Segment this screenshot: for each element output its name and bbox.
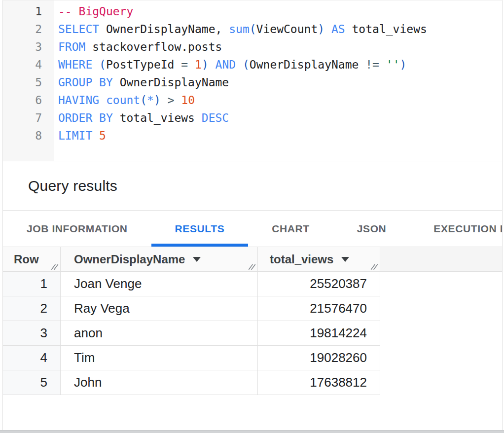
tab-json[interactable]: JSON bbox=[333, 211, 410, 247]
code-token: OwnerDisplayName, bbox=[99, 23, 229, 36]
results-tabbar: JOB INFORMATIONRESULTSCHARTJSONEXECUTION… bbox=[3, 211, 502, 247]
code-token: LIMIT bbox=[58, 129, 92, 142]
column-header-total_views[interactable]: total_views bbox=[258, 247, 380, 272]
column-header-row: Row bbox=[3, 247, 61, 272]
code-token bbox=[161, 94, 168, 107]
line-number: 7 bbox=[3, 109, 42, 127]
code-token: AND bbox=[216, 58, 236, 71]
code-token: ( bbox=[99, 58, 106, 71]
code-line: GROUP BY OwnerDisplayName bbox=[58, 73, 502, 91]
code-token bbox=[209, 58, 216, 71]
horizontal-scrollbar[interactable] bbox=[0, 430, 504, 433]
code-token: ORDER BY bbox=[58, 111, 113, 124]
code-token bbox=[236, 58, 243, 71]
row-number-cell: 2 bbox=[3, 296, 61, 321]
owner-display-name-cell: anon bbox=[61, 321, 258, 346]
code-token: 1 bbox=[195, 58, 202, 71]
column-resize-handle[interactable] bbox=[51, 262, 59, 270]
owner-display-name-cell: Joan Venge bbox=[61, 272, 258, 296]
code-token: ViewCount bbox=[256, 23, 318, 36]
code-token: ) bbox=[318, 23, 324, 36]
code-token: ( bbox=[140, 94, 147, 107]
column-resize-handle[interactable] bbox=[248, 262, 256, 270]
column-resize-handle[interactable] bbox=[370, 262, 378, 270]
code-token: '' bbox=[386, 58, 400, 71]
tab-job-information[interactable]: JOB INFORMATION bbox=[3, 211, 151, 247]
table-body: 1Joan Venge255203872Ray Vega215764703ano… bbox=[3, 272, 502, 395]
owner-display-name-cell: Ray Vega bbox=[61, 296, 258, 321]
code-token: ) bbox=[202, 58, 209, 71]
column-header-label: OwnerDisplayName bbox=[74, 253, 185, 266]
code-token: * bbox=[147, 94, 154, 107]
content-panel: 12345678 -- BigQuerySELECT OwnerDisplayN… bbox=[2, 0, 503, 430]
code-token: > bbox=[168, 94, 175, 107]
tab-execution-details[interactable]: EXECUTION DETAILS bbox=[410, 211, 503, 247]
code-token: FROM bbox=[58, 40, 85, 53]
column-header-label: Row bbox=[14, 253, 39, 266]
owner-display-name-cell: John bbox=[61, 370, 258, 395]
tab-chart[interactable]: CHART bbox=[248, 211, 333, 247]
row-number-cell: 4 bbox=[3, 346, 61, 370]
code-token: ) bbox=[400, 58, 407, 71]
query-results-title: Query results bbox=[28, 178, 117, 194]
code-token: sum bbox=[229, 23, 250, 36]
sort-dropdown-icon[interactable] bbox=[193, 257, 201, 262]
row-filler-cell bbox=[380, 321, 502, 346]
sort-dropdown-icon[interactable] bbox=[341, 257, 349, 262]
column-header-filler bbox=[380, 247, 502, 272]
code-token: OwnerDisplayName bbox=[113, 76, 229, 89]
code-token: 5 bbox=[99, 129, 106, 142]
row-filler-cell bbox=[380, 370, 502, 395]
code-token: DESC bbox=[202, 111, 229, 124]
code-token: total_views bbox=[345, 23, 427, 36]
line-number: 1 bbox=[3, 2, 42, 20]
code-token: stackoverflow.posts bbox=[85, 40, 222, 53]
row-number-cell: 3 bbox=[3, 321, 61, 346]
editor-gutter: 12345678 bbox=[3, 0, 54, 161]
table-header-row: RowOwnerDisplayNametotal_views bbox=[3, 247, 502, 272]
code-token: GROUP BY bbox=[58, 76, 113, 89]
query-results-section: Query results bbox=[3, 161, 502, 211]
tab-results[interactable]: RESULTS bbox=[151, 211, 249, 247]
total-views-cell: 19028260 bbox=[258, 346, 380, 370]
column-header-ownerdisplayname[interactable]: OwnerDisplayName bbox=[61, 247, 258, 272]
line-number: 6 bbox=[3, 91, 42, 109]
code-line: LIMIT 5 bbox=[58, 127, 502, 144]
table-row: 3anon19814224 bbox=[3, 321, 502, 346]
row-number-cell: 5 bbox=[3, 370, 61, 395]
code-token: ( bbox=[250, 23, 256, 36]
code-line: HAVING count(*) > 10 bbox=[58, 91, 502, 109]
table-row: 1Joan Venge25520387 bbox=[3, 272, 502, 296]
total-views-cell: 17638812 bbox=[258, 370, 380, 395]
line-number: 5 bbox=[3, 73, 42, 91]
sql-editor[interactable]: 12345678 -- BigQuerySELECT OwnerDisplayN… bbox=[3, 0, 502, 161]
code-line: WHERE (PostTypeId = 1) AND (OwnerDisplay… bbox=[58, 56, 502, 73]
editor-code[interactable]: -- BigQuerySELECT OwnerDisplayName, sum(… bbox=[54, 0, 502, 161]
table-row: 5John17638812 bbox=[3, 370, 502, 395]
code-token: 10 bbox=[181, 94, 195, 107]
code-token: ( bbox=[243, 58, 250, 71]
total-views-cell: 21576470 bbox=[258, 296, 380, 321]
line-number: 8 bbox=[3, 127, 42, 144]
code-token: PostTypeId bbox=[106, 58, 181, 71]
code-token: = bbox=[181, 58, 188, 71]
row-filler-cell bbox=[380, 296, 502, 321]
table-row: 4Tim19028260 bbox=[3, 346, 502, 370]
code-token: WHERE bbox=[58, 58, 92, 71]
total-views-cell: 25520387 bbox=[258, 272, 380, 296]
code-token: != bbox=[365, 58, 379, 71]
row-filler-cell bbox=[380, 272, 502, 296]
code-token bbox=[92, 129, 99, 142]
code-token: -- BigQuery bbox=[58, 5, 133, 18]
code-token: AS bbox=[331, 23, 345, 36]
code-token bbox=[324, 23, 331, 36]
code-token bbox=[188, 58, 195, 71]
code-token bbox=[175, 94, 181, 107]
row-filler-cell bbox=[380, 346, 502, 370]
row-number-cell: 1 bbox=[3, 272, 61, 296]
code-token: SELECT bbox=[58, 23, 99, 36]
line-number: 3 bbox=[3, 38, 42, 56]
code-token: total_views bbox=[113, 111, 202, 124]
column-header-label: total_views bbox=[270, 253, 333, 266]
total-views-cell: 19814224 bbox=[258, 321, 380, 346]
